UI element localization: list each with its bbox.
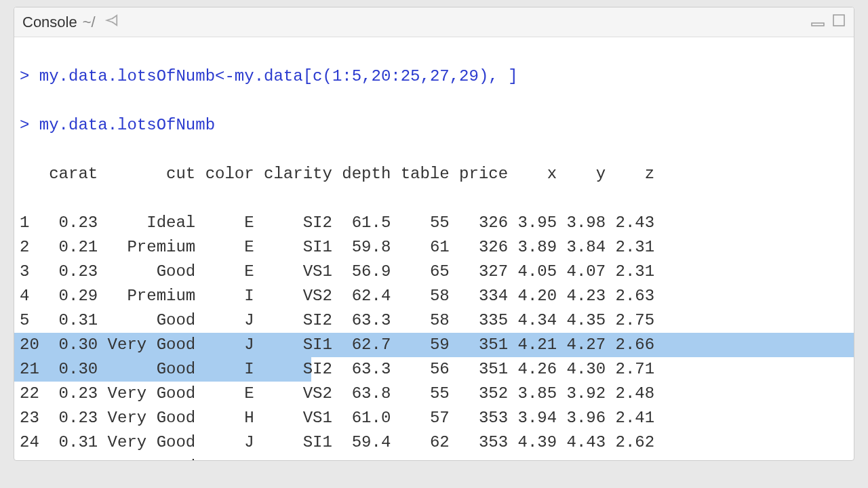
table-row: 24 0.31 Very Good J SI1 59.4 62 353 4.39… (20, 430, 848, 455)
panel-title: Console (22, 14, 77, 31)
input-line: > my.data.lotsOfNumb (20, 113, 848, 138)
table-row: 20 0.30 Very Good J SI1 62.7 59 351 4.21… (14, 333, 854, 357)
table-row: 2 0.21 Premium E SI1 59.8 61 326 3.89 3.… (20, 235, 848, 260)
prompt: > (20, 67, 39, 85)
share-icon[interactable] (104, 13, 119, 32)
maximize-icon[interactable] (832, 14, 846, 31)
table-row: 3 0.23 Good E VS1 56.9 65 327 4.05 4.07 … (20, 260, 848, 284)
input-line: > my.data.lotsOfNumb<-my.data[c(1:5,20:2… (20, 64, 848, 89)
console-panel: Console ~/ > my.data.lotsOfNumb<-my.data… (14, 7, 854, 461)
table-row: 25 0.31 Very Good J SI1 58.1 62 353 4.44… (20, 455, 848, 461)
r-code: my.data.lotsOfNumb (39, 116, 215, 134)
table-row: 5 0.31 Good J SI2 63.3 58 335 4.34 4.35 … (20, 308, 848, 333)
table-body: 1 0.23 Ideal E SI2 61.5 55 326 3.95 3.98… (20, 211, 848, 461)
table-row: 23 0.23 Very Good H VS1 61.0 57 353 3.94… (20, 406, 848, 430)
table-row: 22 0.23 Very Good E VS2 63.8 55 352 3.85… (20, 382, 848, 406)
working-dir-path: ~/ (83, 14, 96, 31)
svg-rect-0 (812, 23, 824, 26)
r-code: my.data.lotsOfNumb<-my.data[c(1:5,20:25,… (39, 67, 518, 85)
table-row: 21 0.30 Good I SI2 63.3 56 351 4.26 4.30… (14, 357, 854, 382)
console-output[interactable]: > my.data.lotsOfNumb<-my.data[c(1:5,20:2… (14, 37, 854, 461)
prompt: > (20, 116, 39, 134)
table-header: carat cut color clarity depth table pric… (20, 162, 848, 186)
table-row: 1 0.23 Ideal E SI2 61.5 55 326 3.95 3.98… (20, 211, 848, 235)
table-row: 4 0.29 Premium I VS2 62.4 58 334 4.20 4.… (20, 284, 848, 308)
window-controls (810, 14, 846, 31)
svg-rect-1 (833, 15, 844, 26)
minimize-icon[interactable] (810, 14, 825, 31)
console-titlebar: Console ~/ (14, 7, 854, 37)
